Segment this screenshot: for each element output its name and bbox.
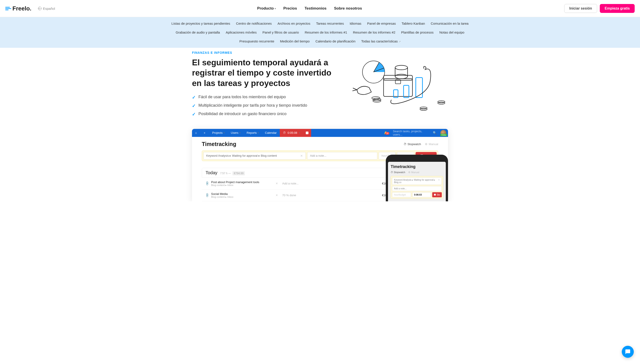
subnav-item[interactable]: Tablero Kanban — [402, 20, 425, 27]
check-icon: ✓ — [192, 112, 196, 117]
subnav-item[interactable]: Idiomas — [350, 20, 361, 27]
topbar-timer[interactable]: ⏱ 0:05:08 ▾ — [280, 129, 303, 137]
subnav-item[interactable]: Grabación de audio y pantalla — [176, 29, 220, 36]
svg-point-5 — [395, 74, 408, 79]
entry-breadcrumb: Blog content ▸ Inbox — [211, 196, 273, 198]
svg-rect-7 — [404, 85, 409, 98]
hero-bullets: ✓Fácil de usar para todos los miembros d… — [192, 95, 341, 117]
nav-testimonials[interactable]: Testimonios — [304, 6, 326, 11]
clear-icon[interactable]: ✕ — [300, 154, 303, 158]
subnav-item[interactable]: Centro de notificaciones — [236, 20, 272, 27]
stop-icon — [306, 132, 308, 134]
hero-bullet: ✓Fácil de usar para todos los miembros d… — [192, 95, 341, 100]
mobile-time-display: 0:06:03 — [412, 192, 431, 197]
top-nav: Freelo. Español Producto▾ Precios Testim… — [0, 0, 640, 17]
mobile-mode-manual[interactable]: ⚙ Manual — [408, 171, 419, 174]
subnav-item[interactable]: Resumen de los informes #1 — [305, 29, 347, 36]
nav-about[interactable]: Sobre nosotros — [334, 6, 362, 11]
check-icon: ✓ — [192, 95, 196, 100]
entry-title[interactable]: Social Media — [211, 192, 273, 196]
subnav-item[interactable]: Comunicación en la tarea — [431, 20, 468, 27]
login-button[interactable]: Iniciar sesión — [564, 4, 597, 13]
tracker-task-input[interactable]: Keyword Analysis ▸ Waiting for approval … — [203, 152, 306, 160]
stopwatch-icon: ⏱ — [283, 131, 286, 134]
entry-note[interactable]: 70 % done — [282, 194, 371, 197]
logo-icon — [5, 7, 11, 10]
add-icon[interactable]: ＋ — [200, 129, 209, 137]
language-label: Español — [43, 7, 55, 10]
search-input[interactable]: Search tasks, projects, users... — [391, 130, 431, 136]
svg-point-4 — [395, 65, 408, 70]
stopwatch-icon: ⏱ — [404, 142, 406, 146]
mobile-task-input[interactable]: Keyword Analysis ▸ Waiting for approval … — [392, 177, 442, 185]
menu-users[interactable]: Users ▾ — [228, 129, 244, 137]
trial-badge: TRIAL — [440, 134, 447, 136]
chevron-down-icon: ▾ — [239, 132, 240, 134]
chevron-down-icon: ▾ — [275, 7, 276, 10]
subnav-item[interactable]: Archivos en proyectos — [278, 20, 310, 27]
signup-button[interactable]: Empieza gratis — [600, 4, 635, 13]
check-icon: ✓ — [192, 103, 196, 108]
features-subnav: Listas de proyectos y tareas pendientesC… — [0, 17, 640, 48]
day-amount: €794.99 — [232, 171, 245, 175]
hero: FINANZAS E INFORMES El seguimiento tempo… — [187, 51, 453, 120]
subnav-item[interactable]: Todas las características↗ — [361, 38, 401, 45]
external-link-icon: ↗ — [399, 40, 401, 43]
subnav-item[interactable]: Calendario de planificación — [315, 38, 355, 45]
hero-title: El seguimiento temporal ayudará a regist… — [192, 58, 341, 88]
topbar-stop-button[interactable] — [303, 129, 311, 137]
mobile-title: Timetracking — [391, 164, 443, 169]
nav-pricing[interactable]: Precios — [283, 6, 297, 11]
hero-bullet: ✓Multiplicación inteligente por tarifa p… — [192, 103, 341, 108]
entry-note[interactable]: Add a note... — [282, 182, 371, 185]
clear-icon[interactable]: ✕ — [438, 179, 440, 184]
home-icon[interactable]: ⌂ — [192, 129, 200, 137]
chevron-down-icon: ▾ — [299, 132, 300, 134]
delete-icon[interactable]: ✕ — [276, 182, 280, 185]
subnav-item[interactable]: Tareas recurrentes — [316, 20, 344, 27]
logo[interactable]: Freelo. — [5, 5, 31, 12]
entry-title[interactable]: Post about Project management tools — [211, 180, 273, 184]
mobile-mockup: Timetracking ⏱ Stopwatch ⚙ Manual Keywor… — [386, 155, 448, 201]
tracker-note-input[interactable]: Add a note... — [307, 152, 377, 160]
mobile-mode-stopwatch[interactable]: ⏱ Stopwatch — [391, 171, 405, 174]
treasure-illustration-icon — [350, 56, 448, 114]
entry-breadcrumb: Blog content ▸ Inbox — [211, 184, 273, 187]
subnav-item[interactable]: Medición del tiempo — [280, 38, 310, 45]
eyebrow: FINANZAS E INFORMES — [192, 51, 341, 54]
nav-product[interactable]: Producto▾ — [257, 6, 276, 11]
mobile-rate-input[interactable]: hour/budget — [392, 192, 411, 197]
svg-point-11 — [372, 97, 380, 99]
subnav-item[interactable]: Panel y filtros de usuario — [262, 29, 299, 36]
link-icon[interactable]: 🔗 — [205, 193, 210, 198]
mobile-stop-button[interactable]: Sto — [432, 192, 442, 197]
language-selector[interactable]: Español — [38, 7, 55, 10]
subnav-item[interactable]: Panel de empresas — [367, 20, 396, 27]
link-icon[interactable]: 🔗 — [205, 181, 210, 186]
notifications-button[interactable]: 🔔 30 — [381, 131, 391, 134]
app-topbar: ⌂ ＋ Projects ▾ Users ▾ Reports ▾ Calenda… — [192, 129, 448, 137]
svg-rect-6 — [416, 78, 422, 98]
subnav-item[interactable]: Listas de proyectos y tareas pendientes — [172, 20, 230, 27]
svg-rect-2 — [384, 75, 412, 80]
day-label: Today — [206, 170, 217, 175]
menu-reports[interactable]: Reports ▾ — [244, 129, 262, 137]
notification-badge: 30 — [385, 132, 389, 135]
menu-calendar[interactable]: Calendar — [262, 129, 280, 137]
subnav-item[interactable]: Plantillas de procesos — [401, 29, 434, 36]
main-nav: Producto▾ Precios Testimonios Sobre noso… — [257, 6, 362, 11]
chevron-down-icon: ▾ — [258, 132, 259, 134]
subnav-item[interactable]: Aplicaciones móviles — [226, 29, 257, 36]
subnav-item[interactable]: Resumen de los informes #2 — [353, 29, 395, 36]
mode-manual[interactable]: ⚙Manual — [425, 142, 438, 146]
subnav-item[interactable]: Presupuesto recurrente — [239, 38, 274, 45]
stop-icon — [434, 194, 436, 196]
mode-stopwatch[interactable]: ⏱Stopwatch — [404, 142, 421, 146]
search-icon[interactable]: 🔍 — [431, 131, 439, 134]
menu-projects[interactable]: Projects ▾ — [209, 129, 228, 137]
gear-icon: ⚙ — [425, 142, 428, 146]
subnav-item[interactable]: Notas del equipo — [439, 29, 464, 36]
logo-text: Freelo — [12, 5, 30, 12]
mobile-note-input[interactable]: Add a note... — [392, 186, 442, 191]
delete-icon[interactable]: ✕ — [276, 194, 280, 197]
